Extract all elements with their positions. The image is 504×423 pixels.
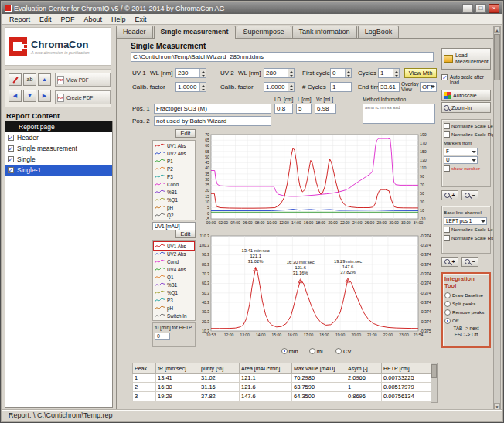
- pos2-field[interactable]: not used by Batch Wizard: [154, 116, 271, 126]
- overlay-view-dropdown[interactable]: OFF: [420, 82, 437, 92]
- legend-item-switch-in[interactable]: Switch In: [154, 312, 194, 319]
- show-number-checkbox[interactable]: show number: [444, 164, 489, 172]
- checkbox-icon[interactable]: [441, 74, 448, 80]
- legend-item-p3[interactable]: P3: [154, 172, 194, 180]
- legend-item-uv2-abs[interactable]: UV2 Abs: [154, 149, 194, 157]
- tab-header[interactable]: Header: [116, 26, 153, 38]
- tab-tank-information[interactable]: Tank information: [292, 26, 357, 38]
- bottom-chart[interactable]: 110.3100.390.380.370.360.350.340.330.320…: [196, 231, 437, 341]
- normalize-scale-left-checkbox[interactable]: Normalize Scale Left: [444, 121, 489, 130]
- uv1-wl-field[interactable]: 280: [175, 68, 206, 78]
- menu-exit[interactable]: Exit: [131, 15, 152, 24]
- legend-item-cond[interactable]: Cond: [154, 180, 194, 188]
- checkbox-icon[interactable]: [444, 227, 450, 233]
- baseline-channel-select[interactable]: LEFT pos 1: [444, 217, 487, 225]
- view-mth-button[interactable]: View Mth: [404, 68, 437, 78]
- item-checkbox[interactable]: [8, 167, 14, 173]
- legend-item-ph[interactable]: pH: [154, 203, 194, 211]
- checkbox-icon[interactable]: [444, 235, 450, 241]
- item-checkbox[interactable]: [8, 156, 14, 162]
- load-measurement-button[interactable]: Load Measurement: [441, 48, 491, 70]
- spinner-buttons[interactable]: [199, 83, 206, 91]
- top-chart-edit-button[interactable]: Edit: [175, 129, 196, 138]
- legend-item-p1[interactable]: P1: [154, 157, 194, 165]
- title-bar[interactable]: Evaluation Center for ChromIQ v5 / © 201…: [2, 2, 502, 14]
- legend-item-uv2-abs[interactable]: UV2 Abs: [154, 250, 194, 258]
- unit-option-min[interactable]: min: [281, 348, 298, 355]
- num-cycles-field[interactable]: 1: [330, 82, 352, 92]
- legend-item-p3[interactable]: P3: [154, 296, 194, 304]
- spinner-buttons[interactable]: [288, 83, 294, 91]
- uv2-wl-field[interactable]: 280: [264, 68, 295, 78]
- close-button[interactable]: ×: [489, 4, 499, 13]
- report-item-single[interactable]: Single: [5, 154, 112, 165]
- report-item-header[interactable]: Header: [5, 132, 112, 143]
- calib-factor-field-1[interactable]: 1.0000: [175, 82, 206, 92]
- table-row[interactable]: 319:2937.82147.664.35000.86960.00756134: [133, 392, 431, 401]
- zoom-minus-button[interactable]: −: [461, 190, 478, 200]
- zoom-minus-button[interactable]: −: [461, 257, 478, 267]
- maximize-button[interactable]: □: [475, 4, 486, 13]
- integration-option-off[interactable]: Off: [444, 316, 488, 325]
- move-up-button[interactable]: ▲: [38, 73, 51, 86]
- spinner-buttons[interactable]: [288, 69, 294, 77]
- normalize-scale-right-checkbox[interactable]: Normalize Scale Right: [444, 130, 489, 138]
- cycles-field[interactable]: 1: [378, 68, 400, 78]
- menu-help[interactable]: Help: [107, 15, 131, 24]
- move-right-button[interactable]: ▶: [38, 90, 51, 102]
- window-scrollbar[interactable]: ▲ ▼: [493, 26, 501, 411]
- spinner-buttons[interactable]: [345, 69, 351, 77]
- legend-item-cond[interactable]: Cond: [154, 258, 194, 265]
- ab-text-button[interactable]: ab: [23, 73, 36, 86]
- l-field[interactable]: 5: [296, 104, 312, 114]
- end-time-field[interactable]: 33.61: [378, 82, 400, 92]
- view-pdf-button[interactable]: PDF View PDF: [55, 73, 111, 87]
- first-cycle-field[interactable]: 0: [330, 68, 352, 78]
- legend-item-q2[interactable]: Q2: [154, 211, 194, 219]
- t0-input[interactable]: 0: [155, 333, 170, 340]
- legend-item-p2[interactable]: P2: [154, 165, 194, 172]
- edit-pen-button[interactable]: [9, 73, 22, 86]
- scrollbar-thumb[interactable]: [494, 34, 500, 80]
- unit-option-cv[interactable]: CV: [335, 348, 351, 355]
- checkbox-icon[interactable]: [444, 165, 450, 172]
- menu-report[interactable]: Report: [5, 15, 35, 24]
- tab-single-measurement[interactable]: Single measurement: [154, 26, 236, 39]
- legend-item-ph[interactable]: pH: [154, 304, 194, 312]
- marker-select-1[interactable]: F: [444, 148, 478, 155]
- spinner-buttons[interactable]: [393, 69, 399, 77]
- create-pdf-button[interactable]: PDF Create PDF: [55, 90, 111, 104]
- menu-about[interactable]: About: [80, 15, 107, 24]
- tab-superimpose[interactable]: Superimpose: [237, 26, 291, 38]
- legend-item-uv1-abs[interactable]: UV1 Abs: [154, 142, 194, 149]
- legend-item-q1[interactable]: Q1: [154, 273, 194, 281]
- item-checkbox[interactable]: [8, 145, 14, 152]
- auto-scale-after-load[interactable]: Auto scale after load: [441, 74, 491, 85]
- normalize-scale-left-checkbox-2[interactable]: Normalize Scale Left: [444, 225, 489, 234]
- normalize-scale-right-checkbox-2[interactable]: Normalize Scale Right: [444, 234, 489, 242]
- legend-item--q1[interactable]: %Q1: [154, 288, 194, 296]
- zoom-plus-button[interactable]: +: [441, 257, 458, 267]
- checkbox-icon[interactable]: [444, 123, 450, 129]
- legend-item-uv4-abs[interactable]: UV4 Abs: [154, 265, 194, 273]
- minimize-button[interactable]: –: [462, 4, 473, 13]
- top-chart[interactable]: 7065605550454035302520151050-51901701501…: [196, 131, 437, 228]
- spinner-buttons[interactable]: [199, 69, 206, 77]
- bottom-chart-edit-button[interactable]: Edit: [175, 230, 196, 238]
- legend-item-uv1-abs[interactable]: UV1 Abs: [154, 242, 194, 250]
- integration-option-split-peaks[interactable]: Split peaks: [444, 299, 488, 308]
- legend-item--b1[interactable]: %B1: [154, 188, 194, 196]
- table-row[interactable]: 113:4131.02121.176.29802.09660.00733225: [133, 374, 431, 383]
- id-field[interactable]: 0.8: [274, 104, 293, 114]
- report-item-single-measurement[interactable]: Single measurement: [5, 143, 112, 154]
- pos1-field[interactable]: Fractogel SO3 (M): [154, 104, 271, 114]
- item-checkbox[interactable]: [8, 135, 14, 141]
- legend-item--b1[interactable]: %B1: [154, 281, 194, 288]
- vc-field[interactable]: 6.98: [315, 104, 336, 114]
- table-row[interactable]: 216:3031.16121.663.759010.00517979: [133, 383, 431, 392]
- legend-item--q1[interactable]: %Q1: [154, 196, 194, 203]
- move-left-button[interactable]: ◀: [9, 90, 22, 102]
- checkbox-icon[interactable]: [444, 131, 450, 138]
- calib-factor-field-2[interactable]: 1.0000: [264, 82, 295, 92]
- menu-pdf[interactable]: PDF: [56, 15, 80, 24]
